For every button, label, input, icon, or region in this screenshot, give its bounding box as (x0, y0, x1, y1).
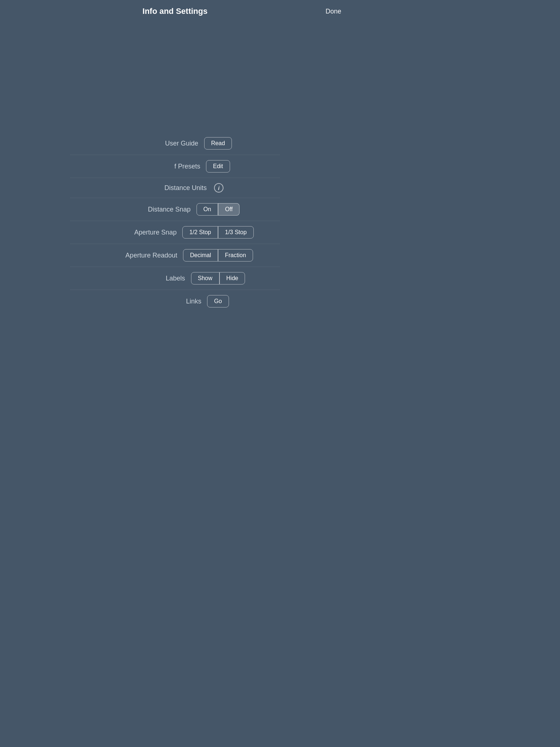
distance-snap-off-button[interactable]: Off (218, 203, 240, 216)
settings-label-distance-snap: Distance Snap (110, 206, 191, 213)
settings-control-aperture-snap: 1/2 Stop1/3 Stop (182, 226, 253, 239)
aperture-snap-third-stop-button[interactable]: 1/3 Stop (218, 226, 254, 239)
settings-row-user-guide: User GuideRead (0, 132, 350, 155)
links-go-button[interactable]: Go (207, 295, 229, 307)
settings-control-distance-snap: OnOff (197, 203, 240, 216)
settings-control-distance-units: i (213, 183, 223, 193)
settings-label-f-presets: f Presets (120, 163, 200, 170)
settings-control-user-guide: Read (204, 137, 232, 150)
settings-row-aperture-readout: Aperture ReadoutDecimalFraction (0, 244, 350, 267)
settings-control-f-presets: Edit (206, 160, 230, 173)
aperture-snap-half-stop-button[interactable]: 1/2 Stop (182, 226, 218, 239)
settings-label-labels: Labels (105, 275, 185, 282)
settings-row-distance-units: Distance Unitsi (0, 178, 350, 198)
settings-row-f-presets: f PresetsEdit (0, 155, 350, 178)
settings-list: User GuideReadf PresetsEditDistance Unit… (0, 132, 350, 313)
main-content: User GuideReadf PresetsEditDistance Unit… (0, 23, 350, 313)
header: Info and Settings Done (0, 0, 350, 23)
settings-control-aperture-readout: DecimalFraction (183, 249, 253, 262)
user-guide-read-button[interactable]: Read (204, 137, 232, 150)
info-icon-distance-units[interactable]: i (214, 183, 223, 193)
aperture-readout-fraction-button[interactable]: Fraction (218, 249, 253, 262)
labels-hide-button[interactable]: Hide (219, 272, 245, 285)
settings-label-user-guide: User Guide (118, 140, 198, 147)
settings-label-aperture-readout: Aperture Readout (97, 252, 177, 259)
settings-label-distance-units: Distance Units (127, 184, 207, 192)
settings-control-labels: ShowHide (191, 272, 245, 285)
done-button[interactable]: Done (326, 8, 341, 15)
f-presets-edit-button[interactable]: Edit (206, 160, 230, 173)
settings-control-links: Go (207, 295, 229, 307)
settings-row-links: LinksGo (0, 290, 350, 313)
settings-row-distance-snap: Distance SnapOnOff (0, 198, 350, 221)
page-title: Info and Settings (143, 7, 207, 16)
aperture-readout-decimal-button[interactable]: Decimal (183, 249, 218, 262)
settings-row-labels: LabelsShowHide (0, 267, 350, 290)
settings-label-aperture-snap: Aperture Snap (96, 229, 176, 236)
labels-show-button[interactable]: Show (191, 272, 219, 285)
settings-label-links: Links (121, 298, 201, 305)
settings-row-aperture-snap: Aperture Snap1/2 Stop1/3 Stop (0, 221, 350, 244)
distance-snap-on-button[interactable]: On (197, 203, 218, 216)
